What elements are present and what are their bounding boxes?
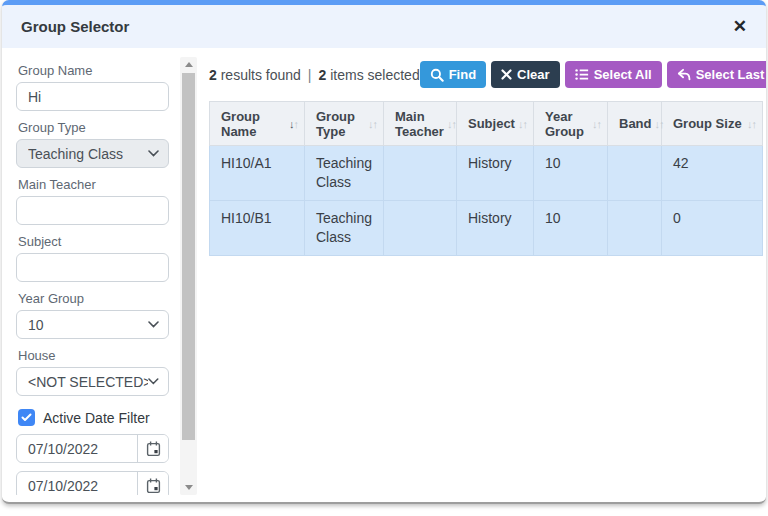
- column-label: Band: [619, 116, 652, 131]
- table-cell: History: [457, 200, 534, 255]
- toolbar-buttons: Find Clear Select All: [420, 61, 766, 88]
- chevron-down-icon: [148, 378, 159, 385]
- column-header-band[interactable]: Band ↓↑: [608, 102, 662, 146]
- year-group-label: Year Group: [18, 291, 167, 306]
- selected-label: items selected: [330, 67, 419, 83]
- date-to-field: 07/10/2022: [16, 471, 169, 495]
- find-label: Find: [449, 67, 476, 82]
- scroll-down-button[interactable]: [180, 480, 197, 495]
- select-last-label: Select Last: [696, 67, 765, 82]
- active-date-filter-checkbox[interactable]: Active Date Filter: [18, 409, 167, 426]
- group-name-input[interactable]: [16, 82, 169, 111]
- subject-label: Subject: [18, 234, 167, 249]
- sort-icon: ↓↑: [368, 118, 377, 130]
- group-name-label: Group Name: [18, 63, 167, 78]
- main-teacher-input[interactable]: [16, 196, 169, 225]
- modal-header: Group Selector ✕: [2, 5, 766, 48]
- column-label: Group Type: [316, 109, 365, 139]
- group-selector-modal: Group Selector ✕ Group Name Group Type T…: [2, 0, 766, 504]
- sort-icon: ↓↑: [518, 118, 527, 130]
- table-header-row: Group Name ↓↑ Group Type ↓↑ Main Teacher…: [210, 102, 763, 146]
- subject-input[interactable]: [16, 253, 169, 282]
- results-table: Group Name ↓↑ Group Type ↓↑ Main Teacher…: [209, 101, 763, 256]
- x-icon: [501, 69, 512, 80]
- summary-separator: |: [308, 67, 312, 83]
- house-label: House: [18, 348, 167, 363]
- year-group-select[interactable]: 10: [16, 310, 169, 339]
- date-from-field: 07/10/2022: [16, 434, 169, 463]
- year-group-value: 10: [28, 317, 44, 333]
- column-header-group-size[interactable]: Group Size ↓↑: [662, 102, 763, 146]
- scroll-up-button[interactable]: [180, 57, 197, 72]
- house-value: <NOT SELECTED>: [28, 374, 148, 390]
- column-label: Year Group: [545, 109, 589, 139]
- close-button[interactable]: ✕: [733, 18, 747, 35]
- close-icon: ✕: [733, 17, 747, 36]
- select-last-button[interactable]: Select Last: [667, 61, 766, 88]
- column-header-group-type[interactable]: Group Type ↓↑: [305, 102, 384, 146]
- table-cell: 10: [534, 200, 608, 255]
- column-label: Subject: [468, 116, 515, 131]
- sort-icon: ↓↑: [655, 118, 664, 130]
- sort-icon: ↓↑: [447, 118, 456, 130]
- table-cell: HI10/A1: [210, 146, 305, 201]
- date-to-calendar-button[interactable]: [137, 472, 168, 495]
- checkbox-check-icon: [18, 409, 35, 426]
- table-cell: 0: [662, 200, 763, 255]
- arrow-down-icon: [185, 485, 193, 490]
- clear-label: Clear: [517, 67, 550, 82]
- table-cell: [384, 146, 457, 201]
- date-from-input[interactable]: 07/10/2022: [17, 435, 137, 462]
- table-cell: History: [457, 146, 534, 201]
- sort-icon: ↓↑: [747, 118, 756, 130]
- group-type-label: Group Type: [18, 120, 167, 135]
- house-select[interactable]: <NOT SELECTED>: [16, 367, 169, 396]
- column-header-group-name[interactable]: Group Name ↓↑: [210, 102, 305, 146]
- scrollbar-thumb[interactable]: [182, 73, 195, 440]
- sort-icon: ↓↑: [592, 118, 601, 130]
- filter-scrollbar[interactable]: [180, 57, 197, 495]
- calendar-icon: [146, 478, 161, 494]
- chevron-down-icon: [148, 321, 159, 328]
- arrow-up-icon: [185, 62, 193, 67]
- results-summary: 2 results found|2 items selected: [209, 67, 420, 83]
- calendar-icon: [146, 441, 161, 457]
- list-icon: [575, 68, 589, 81]
- table-cell: 10: [534, 146, 608, 201]
- chevron-down-icon: [148, 150, 159, 157]
- select-all-label: Select All: [594, 67, 652, 82]
- date-to-input[interactable]: 07/10/2022: [17, 472, 137, 495]
- page-title: Group Selector: [21, 18, 129, 35]
- column-label: Group Name: [221, 109, 286, 139]
- table-cell: Teaching Class: [305, 200, 384, 255]
- column-header-main-teacher[interactable]: Main Teacher ↓↑: [384, 102, 457, 146]
- toolbar: 2 results found|2 items selected Find Cl…: [209, 61, 763, 88]
- sort-icon: ↓↑: [289, 118, 298, 130]
- date-from-calendar-button[interactable]: [137, 435, 168, 462]
- main-teacher-label: Main Teacher: [18, 177, 167, 192]
- column-header-year-group[interactable]: Year Group ↓↑: [534, 102, 608, 146]
- table-row[interactable]: HI10/A1 Teaching Class History 10 42: [210, 146, 763, 201]
- table-row[interactable]: HI10/B1 Teaching Class History 10 0: [210, 200, 763, 255]
- column-header-subject[interactable]: Subject ↓↑: [457, 102, 534, 146]
- table-cell: [384, 200, 457, 255]
- clear-button[interactable]: Clear: [491, 61, 560, 88]
- reply-arrow-icon: [677, 68, 691, 81]
- results-count: 2: [209, 67, 217, 83]
- table-cell: Teaching Class: [305, 146, 384, 201]
- table-cell: [608, 146, 662, 201]
- group-type-select[interactable]: Teaching Class: [16, 139, 169, 168]
- active-date-filter-label: Active Date Filter: [43, 410, 150, 426]
- table-cell: 42: [662, 146, 763, 201]
- find-button[interactable]: Find: [420, 61, 486, 88]
- search-icon: [430, 68, 444, 82]
- table-cell: [608, 200, 662, 255]
- results-label: results found: [221, 67, 301, 83]
- results-area: 2 results found|2 items selected Find Cl…: [209, 57, 763, 256]
- selected-count: 2: [319, 67, 327, 83]
- select-all-button[interactable]: Select All: [565, 61, 662, 88]
- filter-panel: Group Name Group Type Teaching Class Mai…: [16, 57, 169, 495]
- column-label: Group Size: [673, 116, 742, 131]
- table-cell: HI10/B1: [210, 200, 305, 255]
- group-type-value: Teaching Class: [28, 146, 123, 162]
